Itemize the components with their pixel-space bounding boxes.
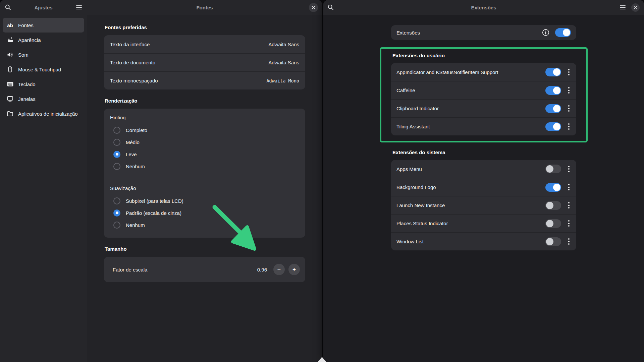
menu-icon[interactable]	[620, 5, 626, 10]
user-extensions-group: AppIndicator and KStatusNotifierItem Sup…	[391, 63, 576, 135]
sidebar-item-aplicativos-inicializacao[interactable]: Aplicativos de inicialização	[3, 106, 84, 121]
scale-factor-row: Fator de escala 0,96 − +	[104, 257, 305, 282]
speaker-icon	[6, 52, 14, 57]
extension-toggle[interactable]	[545, 122, 561, 131]
preferred-fonts-group: Texto da interface Adwaita Sans Texto de…	[104, 35, 305, 89]
info-icon[interactable]	[542, 29, 549, 36]
size-heading: Tamanho	[105, 246, 305, 252]
extension-row-background-logo: Background Logo	[391, 178, 576, 196]
kebab-menu-icon[interactable]	[567, 202, 571, 208]
toggle-knob	[563, 29, 570, 36]
monospace-font-row[interactable]: Texto monoespaçado Adwaita Mono	[104, 71, 305, 89]
document-font-row[interactable]: Texto de documento Adwaita Sans	[104, 53, 305, 71]
ab-icon: ab	[6, 22, 14, 28]
close-icon[interactable]	[309, 3, 318, 12]
extension-row-caffeine: Caffeine	[391, 81, 576, 99]
radio-icon[interactable]	[113, 151, 120, 158]
hinting-section: Hinting Completo Médio Lev	[104, 109, 305, 179]
extension-toggle[interactable]	[545, 165, 561, 173]
extension-row-places-status-indicator: Places Status Indicator	[391, 214, 576, 232]
settings-sidebar: Ajustes ab Fontes Aparência	[0, 0, 87, 362]
settings-window: Ajustes ab Fontes Aparência	[0, 0, 322, 362]
scale-factor-value: 0,96	[257, 267, 267, 273]
sidebar-item-som[interactable]: Som	[3, 47, 84, 62]
sidebar-item-mouse-touchpad[interactable]: Mouse & Touchpad	[3, 62, 84, 77]
radio-icon[interactable]	[113, 139, 120, 146]
search-icon[interactable]	[5, 4, 11, 10]
extension-toggle[interactable]	[545, 86, 561, 95]
window-icon	[6, 96, 14, 102]
kebab-menu-icon[interactable]	[567, 166, 571, 172]
toggle-knob	[546, 238, 553, 245]
kebab-menu-icon[interactable]	[567, 220, 571, 227]
fonts-page: Fontes Fontes preferidas Texto da interf…	[87, 0, 322, 362]
toggle-knob	[553, 87, 560, 94]
keyboard-icon	[6, 82, 14, 86]
extensions-master-toggle[interactable]	[555, 28, 571, 37]
hinting-option-leve[interactable]: Leve	[110, 148, 299, 160]
extensions-window-title: Extensões	[323, 5, 644, 10]
extensions-headerbar: Extensões	[323, 0, 644, 15]
antialiasing-option-subpixel[interactable]: Subpixel (para telas LCD)	[110, 195, 299, 207]
toggle-knob	[553, 68, 560, 76]
extension-row-clipboard-indicator: Clipboard Indicator	[391, 99, 576, 117]
extension-row-tiling-assistant: Tiling Assistant	[391, 117, 576, 135]
hinting-option-completo[interactable]: Completo	[110, 124, 299, 136]
hinting-option-medio[interactable]: Médio	[110, 136, 299, 148]
extension-toggle[interactable]	[545, 183, 561, 192]
sidebar-item-aparencia[interactable]: Aparência	[3, 33, 84, 47]
close-icon[interactable]	[631, 3, 640, 12]
extension-toggle[interactable]	[545, 237, 561, 246]
extension-toggle[interactable]	[545, 68, 561, 76]
size-group: Fator de escala 0,96 − +	[104, 257, 305, 282]
radio-icon[interactable]	[113, 209, 120, 217]
kebab-menu-icon[interactable]	[567, 69, 571, 75]
menu-icon[interactable]	[76, 5, 82, 10]
fonts-page-title: Fontes	[87, 5, 322, 10]
extensions-window: Extensões Extensões	[323, 0, 644, 362]
interface-font-row[interactable]: Texto da interface Adwaita Sans	[104, 35, 305, 53]
antialiasing-option-padrao[interactable]: Padrão (escala de cinza)	[110, 207, 299, 219]
toggle-knob	[546, 220, 553, 227]
settings-nav: ab Fontes Aparência Som	[0, 15, 87, 124]
document-font-value: Adwaita Sans	[268, 60, 299, 65]
kebab-menu-icon[interactable]	[567, 184, 571, 190]
system-extensions-group: Apps Menu Background Logo Launch New Ins…	[391, 160, 576, 250]
extension-row-appindicator: AppIndicator and KStatusNotifierItem Sup…	[391, 63, 576, 81]
kebab-menu-icon[interactable]	[567, 105, 571, 112]
extension-toggle[interactable]	[545, 219, 561, 228]
sidebar-item-fontes[interactable]: ab Fontes	[3, 18, 84, 33]
interface-font-value: Adwaita Sans	[268, 42, 299, 47]
toggle-knob	[546, 202, 553, 209]
radio-icon[interactable]	[113, 197, 120, 204]
kebab-menu-icon[interactable]	[567, 238, 571, 245]
toggle-knob	[553, 184, 560, 191]
folder-icon	[6, 111, 14, 116]
extension-toggle[interactable]	[545, 104, 561, 113]
increase-scale-button[interactable]: +	[288, 264, 300, 275]
fonts-headerbar: Fontes	[87, 0, 322, 15]
user-extensions-heading: Extensões do usuário	[392, 53, 576, 58]
hinting-option-nenhum[interactable]: Nenhum	[110, 160, 299, 172]
extensions-content: Extensões Extensões do usuário AppIndica…	[391, 15, 576, 250]
annotation-rectangle: Extensões do usuário AppIndicator and KS…	[380, 47, 588, 142]
settings-window-title: Ajustes	[0, 5, 87, 10]
radio-icon[interactable]	[113, 222, 120, 229]
sidebar-item-teclado[interactable]: Teclado	[3, 77, 84, 92]
cursor-indicator	[318, 357, 326, 362]
settings-sidebar-headerbar: Ajustes	[0, 0, 87, 15]
kebab-menu-icon[interactable]	[567, 123, 571, 130]
extension-toggle[interactable]	[545, 201, 561, 210]
antialiasing-section: Suavização Subpixel (para telas LCD) Pad…	[104, 179, 305, 238]
search-icon[interactable]	[328, 4, 334, 10]
scale-factor-label: Fator de escala	[113, 267, 147, 273]
radio-icon[interactable]	[113, 163, 120, 170]
radio-icon[interactable]	[113, 127, 120, 134]
rendering-heading: Renderização	[105, 98, 305, 104]
decrease-scale-button[interactable]: −	[273, 264, 285, 275]
fonts-scroll-area: Fontes preferidas Texto da interface Adw…	[87, 15, 322, 362]
sidebar-item-janelas[interactable]: Janelas	[3, 92, 84, 106]
kebab-menu-icon[interactable]	[567, 87, 571, 94]
antialiasing-option-nenhum[interactable]: Nenhum	[110, 219, 299, 231]
toggle-knob	[553, 123, 560, 130]
